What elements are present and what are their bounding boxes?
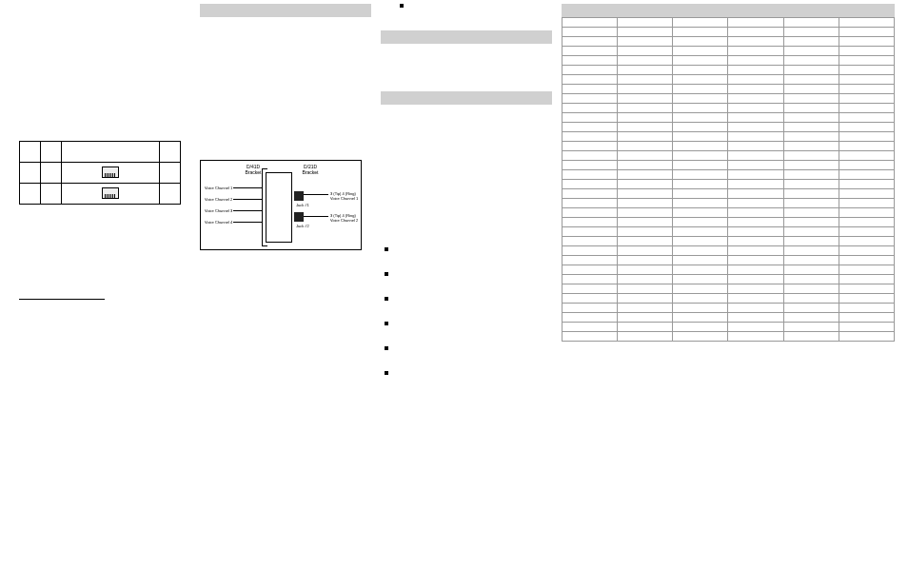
table-row: [563, 123, 895, 132]
rj45-icon: [102, 167, 119, 178]
table-row: [563, 75, 895, 85]
rj45-icon: [102, 187, 119, 199]
table-row: [563, 199, 895, 208]
table-row: [563, 142, 895, 151]
table-row: [563, 323, 895, 332]
bullet-icon: [385, 322, 388, 325]
table-row: [20, 184, 181, 205]
spec-table: [562, 17, 895, 342]
bracket-right-label: D/21D Bracket: [296, 165, 325, 175]
bracket-wiring-diagram: D/41D Bracket D/21D Bracket Jack #1 Jack…: [200, 160, 362, 250]
wire: [233, 222, 262, 223]
wire: [233, 199, 262, 200]
jack-2-label: Jack #2: [296, 224, 309, 228]
table-row: [20, 142, 181, 163]
bullet-icon: [385, 272, 388, 276]
section-header-bar: [562, 4, 895, 17]
right-channel-label: 3 (Tip) 4 (Ring) Voice Channel 1: [330, 191, 361, 201]
table-row: [563, 180, 895, 189]
bullet-icon: [385, 247, 388, 251]
table-row: [563, 94, 895, 104]
section-header-bar: [381, 30, 552, 44]
table-row: [563, 37, 895, 47]
table-row: [563, 218, 895, 227]
table-row: [563, 237, 895, 246]
table-row: [563, 189, 895, 199]
section-header-bar: [200, 4, 371, 17]
table-row: [563, 304, 895, 313]
card-outline: [266, 172, 292, 243]
table-row: [563, 66, 895, 75]
wire: [233, 210, 262, 211]
bullet-icon: [385, 346, 388, 350]
table-row: [563, 170, 895, 180]
voice-channel-label: Voice Channel 2: [205, 197, 232, 202]
column-2: D/41D Bracket D/21D Bracket Jack #1 Jack…: [200, 0, 371, 250]
column-4: [562, 0, 895, 342]
table-row: [563, 151, 895, 161]
voice-channel-label: Voice Channel 3: [205, 208, 232, 213]
table-row: [563, 113, 895, 123]
table-row: [563, 313, 895, 323]
table-row: [563, 18, 895, 28]
jack-1-label: Jack #1: [296, 203, 309, 207]
section-header-bar: [381, 91, 552, 105]
rj-jack-1: [294, 191, 304, 201]
table-row: [563, 28, 895, 37]
column-3: [381, 0, 552, 375]
bullet-icon: [385, 297, 388, 301]
bullet-icon: [385, 371, 388, 375]
right-channel-label: 3 (Tip) 4 (Ring) Voice Channel 2: [330, 213, 361, 223]
table-row: [563, 132, 895, 142]
wire: [304, 194, 328, 195]
wire: [304, 216, 328, 217]
table-row: [563, 256, 895, 265]
table-row: [563, 332, 895, 342]
table-row: [563, 275, 895, 284]
voice-channel-label: Voice Channel 1: [205, 186, 232, 190]
table-row: [563, 227, 895, 237]
rj-jack-2: [294, 212, 304, 222]
section-underline: [19, 290, 105, 300]
table-row: [563, 104, 895, 113]
column-1: [19, 0, 190, 300]
table-row: [563, 208, 895, 218]
wire: [233, 187, 262, 188]
table-row: [20, 163, 181, 184]
table-row: [563, 284, 895, 294]
table-row: [563, 47, 895, 56]
voice-channel-label: Voice Channel 4: [205, 220, 232, 225]
table-row: [563, 294, 895, 304]
port-table: [19, 141, 181, 205]
table-row: [563, 265, 895, 275]
table-row: [563, 246, 895, 256]
bullet-list: [381, 247, 552, 375]
table-row: [563, 56, 895, 66]
table-row: [563, 161, 895, 170]
table-row: [563, 85, 895, 94]
